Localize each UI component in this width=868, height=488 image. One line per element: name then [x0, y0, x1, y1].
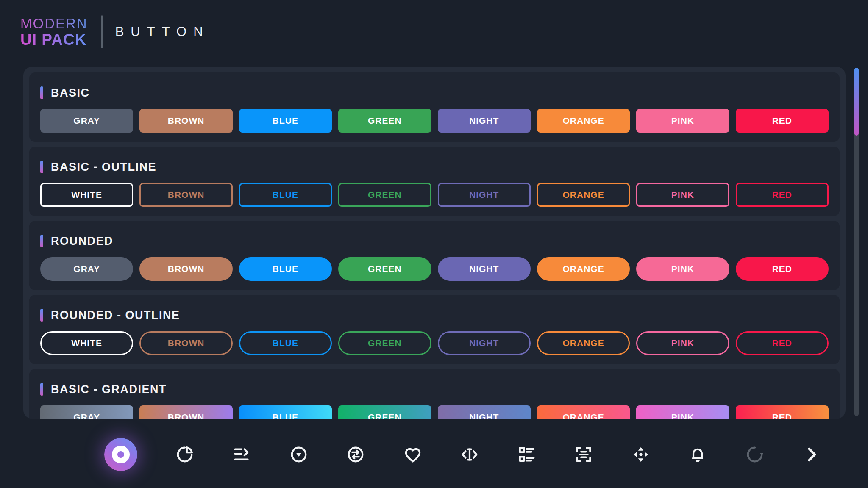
section-accent-bar	[40, 309, 43, 322]
gray-rounded-button[interactable]: GRAY	[40, 257, 133, 281]
pie-chart-icon[interactable]	[175, 445, 195, 464]
chevron-right-icon-glyph	[802, 445, 821, 464]
gray-basic-button[interactable]: GRAY	[40, 109, 133, 133]
brown-basic-outline-button[interactable]: BROWN	[139, 183, 232, 207]
scrollbar-thumb[interactable]	[854, 68, 859, 136]
gray-basic-gradient-button[interactable]: GRAY	[40, 405, 133, 419]
pink-basic-button[interactable]: PINK	[636, 109, 729, 133]
night-rounded-button[interactable]: NIGHT	[438, 257, 531, 281]
red-basic-gradient-button[interactable]: RED	[736, 405, 829, 419]
blue-basic-button[interactable]: BLUE	[239, 109, 332, 133]
section-header: BASIC - GRADIENT	[40, 383, 829, 396]
bell-icon-glyph	[688, 445, 707, 464]
pink-basic-outline-button[interactable]: PINK	[636, 183, 729, 207]
section-title: ROUNDED	[51, 235, 113, 248]
section-accent-bar	[40, 235, 43, 247]
app-header: MODERN UI PACK BUTTON	[20, 15, 210, 48]
green-rounded-button[interactable]: GREEN	[338, 257, 431, 281]
red-basic-button[interactable]: RED	[736, 109, 829, 133]
header-divider	[101, 15, 103, 48]
screen: MODERN UI PACK BUTTON BASICGRAYBROWNBLUE…	[0, 0, 868, 488]
section-title: ROUNDED - OUTLINE	[51, 309, 180, 322]
scrollbar-track[interactable]	[854, 68, 859, 416]
section-title: BASIC - GRADIENT	[51, 383, 167, 396]
swap-circle-icon[interactable]	[346, 445, 365, 464]
scan-icon[interactable]	[574, 445, 593, 464]
green-basic-gradient-button[interactable]: GREEN	[338, 405, 431, 419]
pink-rounded-button[interactable]: PINK	[636, 257, 729, 281]
red-basic-outline-button[interactable]: RED	[736, 183, 829, 207]
orange-rounded-button[interactable]: ORANGE	[537, 257, 630, 281]
section-header: ROUNDED - OUTLINE	[40, 308, 829, 322]
section-title: BASIC	[51, 86, 90, 100]
brown-rounded-outline-button[interactable]: BROWN	[139, 331, 232, 355]
chevron-right-icon[interactable]	[802, 445, 821, 464]
heart-icon-glyph	[403, 445, 423, 464]
blue-rounded-outline-button[interactable]: BLUE	[239, 331, 332, 355]
red-rounded-button[interactable]: RED	[736, 257, 829, 281]
list-arrow-icon[interactable]	[232, 445, 251, 464]
text-cursor-icon-glyph	[460, 445, 479, 464]
orange-basic-button[interactable]: ORANGE	[537, 109, 630, 133]
night-rounded-outline-button[interactable]: NIGHT	[438, 331, 531, 355]
brown-basic-button[interactable]: BROWN	[139, 109, 232, 133]
blue-basic-outline-button[interactable]: BLUE	[239, 183, 332, 207]
section-header: BASIC - OUTLINE	[40, 160, 829, 174]
brown-basic-gradient-button[interactable]: BROWN	[139, 405, 232, 419]
green-rounded-outline-button[interactable]: GREEN	[338, 331, 431, 355]
button-row: GRAYBROWNBLUEGREENNIGHTORANGEPINKRED	[40, 405, 829, 419]
white-basic-outline-button[interactable]: WHITE	[40, 183, 133, 207]
move-icon[interactable]	[631, 445, 651, 464]
dropdown-circle-icon-glyph	[289, 445, 309, 464]
section-accent-bar	[40, 383, 43, 396]
pink-basic-gradient-button[interactable]: PINK	[636, 405, 729, 419]
text-cursor-icon[interactable]	[460, 445, 479, 464]
spinner-icon[interactable]	[745, 445, 765, 464]
pink-rounded-outline-button[interactable]: PINK	[636, 331, 729, 355]
section-header: BASIC	[40, 86, 829, 100]
section-card-basic-outline: BASIC - OUTLINEWHITEBROWNBLUEGREENNIGHTO…	[29, 147, 840, 216]
button-row: GRAYBROWNBLUEGREENNIGHTORANGEPINKRED	[40, 257, 829, 281]
green-basic-outline-button[interactable]: GREEN	[338, 183, 431, 207]
page-title: BUTTON	[115, 24, 210, 39]
checklist-icon[interactable]	[517, 445, 537, 464]
orange-rounded-outline-button[interactable]: ORANGE	[537, 331, 630, 355]
night-basic-gradient-button[interactable]: NIGHT	[438, 405, 531, 419]
night-basic-outline-button[interactable]: NIGHT	[438, 183, 531, 207]
donut-glyph	[112, 446, 130, 463]
heart-icon[interactable]	[403, 445, 423, 464]
green-basic-button[interactable]: GREEN	[338, 109, 431, 133]
swap-circle-icon-glyph	[346, 445, 365, 464]
section-card-basic-gradient: BASIC - GRADIENTGRAYBROWNBLUEGREENNIGHTO…	[29, 369, 840, 419]
section-card-basic: BASICGRAYBROWNBLUEGREENNIGHTORANGEPINKRE…	[29, 72, 840, 142]
section-card-rounded-outline: ROUNDED - OUTLINEWHITEBROWNBLUEGREENNIGH…	[29, 295, 840, 364]
pie-chart-icon-glyph	[175, 445, 195, 464]
orange-basic-gradient-button[interactable]: ORANGE	[537, 405, 630, 419]
section-accent-bar	[40, 161, 43, 173]
bell-icon[interactable]	[688, 445, 707, 464]
white-rounded-outline-button[interactable]: WHITE	[40, 331, 133, 355]
button-icon[interactable]	[104, 438, 137, 471]
move-icon-glyph	[631, 445, 651, 464]
brand-line2: UI PACK	[20, 32, 88, 47]
scan-icon-glyph	[574, 445, 593, 464]
button-showcase-panel: BASICGRAYBROWNBLUEGREENNIGHTORANGEPINKRE…	[23, 67, 846, 419]
dropdown-circle-icon[interactable]	[289, 445, 309, 464]
list-arrow-icon-glyph	[232, 445, 251, 464]
section-accent-bar	[40, 86, 43, 99]
section-header: ROUNDED	[40, 234, 829, 248]
brand-line1: MODERN	[20, 17, 88, 30]
section-title: BASIC - OUTLINE	[51, 161, 156, 174]
button-row: WHITEBROWNBLUEGREENNIGHTORANGEPINKRED	[40, 331, 829, 355]
night-basic-button[interactable]: NIGHT	[438, 109, 531, 133]
button-row: GRAYBROWNBLUEGREENNIGHTORANGEPINKRED	[40, 109, 829, 133]
blue-rounded-button[interactable]: BLUE	[239, 257, 332, 281]
brand-logo: MODERN UI PACK	[20, 17, 88, 47]
red-rounded-outline-button[interactable]: RED	[736, 331, 829, 355]
section-card-rounded: ROUNDEDGRAYBROWNBLUEGREENNIGHTORANGEPINK…	[29, 221, 840, 290]
brown-rounded-button[interactable]: BROWN	[139, 257, 232, 281]
orange-basic-outline-button[interactable]: ORANGE	[537, 183, 630, 207]
bottom-icon-nav	[104, 427, 821, 482]
blue-basic-gradient-button[interactable]: BLUE	[239, 405, 332, 419]
spinner-icon-glyph	[745, 445, 765, 464]
